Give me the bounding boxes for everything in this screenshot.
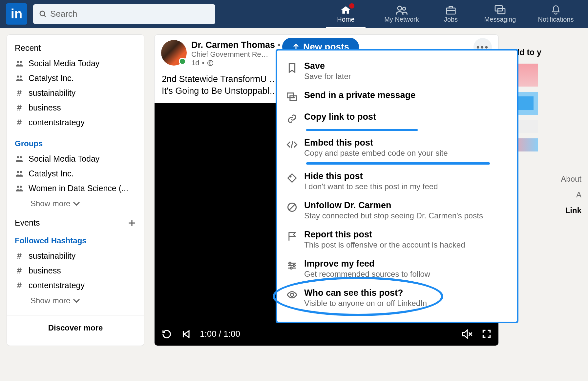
- globe-icon: [207, 60, 214, 66]
- chevron-down-icon: [73, 201, 80, 206]
- search-input[interactable]: Search: [33, 4, 215, 24]
- sidebar-item-recent[interactable]: Social Media Today: [15, 56, 136, 71]
- show-more-hashtags[interactable]: Show more: [15, 293, 136, 309]
- footer-link[interactable]: Link: [509, 206, 581, 215]
- menu-visibility[interactable]: Who can see this post?Visible to anyone …: [277, 283, 517, 312]
- group-icon: [15, 60, 24, 68]
- svg-point-10: [20, 75, 22, 78]
- code-icon: [286, 139, 298, 150]
- svg-point-9: [17, 75, 19, 78]
- menu-improve-feed[interactable]: Improve my feedGet recommended sources t…: [277, 254, 517, 283]
- fullscreen-icon[interactable]: [482, 329, 491, 338]
- primary-nav: Home My Network Jobs Messaging Notificat…: [320, 0, 582, 28]
- bookmark-icon: [286, 62, 298, 73]
- show-more-groups[interactable]: Show more: [15, 196, 136, 211]
- post-author-name[interactable]: Dr. Carmen Thomas •: [191, 40, 281, 50]
- svg-point-14: [20, 171, 22, 173]
- svg-point-2: [398, 6, 402, 10]
- briefcase-icon: [446, 5, 456, 15]
- sidebar-item-hashtag[interactable]: #sustainability: [15, 249, 136, 263]
- previous-icon[interactable]: [181, 329, 191, 339]
- post-timestamp: 1d •: [191, 59, 281, 67]
- sidebar-item-hashtag[interactable]: #contentstrategy: [15, 278, 136, 293]
- notification-badge: [349, 3, 354, 9]
- footer-link-about[interactable]: About: [509, 174, 581, 184]
- message-icon: [286, 91, 298, 103]
- footer-link[interactable]: A: [509, 190, 581, 199]
- author-avatar[interactable]: [161, 40, 187, 66]
- svg-point-20: [290, 176, 291, 177]
- svg-point-16: [20, 186, 22, 188]
- message-icon: [494, 5, 506, 15]
- hash-icon: #: [15, 282, 24, 290]
- search-icon: [39, 10, 47, 18]
- svg-line-1: [44, 15, 46, 17]
- menu-embed[interactable]: Embed this postCopy and paste embed code…: [277, 133, 517, 162]
- svg-point-15: [17, 186, 19, 188]
- svg-point-24: [290, 267, 292, 269]
- video-time: 1:00 / 1:00: [200, 329, 240, 339]
- sidebar-item-group[interactable]: Social Media Today: [15, 151, 136, 166]
- svg-point-11: [17, 156, 19, 158]
- feed-column: Dr. Carmen Thomas • Chief Government Re……: [154, 34, 499, 346]
- svg-point-22: [289, 262, 291, 264]
- svg-point-3: [403, 7, 406, 10]
- bell-icon: [551, 5, 561, 15]
- flag-icon: [286, 231, 298, 242]
- nav-home[interactable]: Home: [320, 0, 372, 28]
- sidebar-item-group[interactable]: Catalyst Inc.: [15, 166, 136, 181]
- people-icon: [396, 5, 408, 15]
- groups-heading[interactable]: Groups: [15, 139, 136, 148]
- tag-icon: [286, 172, 298, 184]
- replay-icon[interactable]: [162, 329, 172, 339]
- annotation-underline: [306, 129, 418, 131]
- menu-report[interactable]: Report this postThis post is offensive o…: [277, 225, 517, 254]
- sidebar-item-hashtag[interactable]: #business: [15, 263, 136, 278]
- hash-icon: #: [15, 119, 24, 127]
- menu-send-message[interactable]: Send in a private message: [277, 86, 517, 107]
- hash-icon: #: [15, 89, 24, 97]
- add-to-feed-heading: Add to y: [509, 48, 581, 57]
- svg-point-13: [17, 171, 19, 173]
- post-options-menu: SaveSave for later Send in a private mes…: [276, 49, 518, 323]
- eye-icon: [286, 289, 298, 300]
- sidebar-item-group[interactable]: Women in Data Science (...: [15, 181, 136, 196]
- search-placeholder: Search: [50, 9, 77, 19]
- left-sidebar: Recent Social Media Today Catalyst Inc. …: [7, 34, 144, 346]
- nav-messaging[interactable]: Messaging: [474, 0, 526, 28]
- mute-icon[interactable]: [462, 329, 473, 339]
- svg-point-8: [20, 61, 22, 63]
- link-icon: [286, 113, 298, 124]
- chevron-down-icon: [73, 298, 80, 303]
- svg-point-7: [17, 61, 19, 63]
- sliders-icon: [286, 260, 298, 271]
- nav-network[interactable]: My Network: [375, 0, 428, 28]
- menu-save[interactable]: SaveSave for later: [277, 56, 517, 86]
- plus-icon[interactable]: [128, 219, 136, 227]
- nav-jobs[interactable]: Jobs: [431, 0, 471, 28]
- global-header: in Search Home My Network Jobs: [0, 0, 588, 28]
- post-author-headline: Chief Government Re…: [191, 50, 281, 59]
- hash-icon: #: [15, 267, 24, 275]
- nav-notifications[interactable]: Notifications: [530, 0, 582, 28]
- group-icon: [15, 170, 24, 178]
- sidebar-item-recent[interactable]: #sustainability: [15, 86, 136, 100]
- group-icon: [15, 74, 24, 82]
- svg-point-0: [40, 11, 45, 16]
- discover-more-button[interactable]: Discover more: [7, 315, 144, 336]
- menu-unfollow[interactable]: Unfollow Dr. CarmenStay connected but st…: [277, 196, 517, 225]
- annotation-underline: [306, 162, 490, 165]
- svg-point-12: [20, 156, 22, 158]
- sidebar-item-recent[interactable]: #contentstrategy: [15, 115, 136, 130]
- hashtags-heading[interactable]: Followed Hashtags: [15, 236, 136, 245]
- presence-indicator: [179, 58, 186, 65]
- sidebar-item-recent[interactable]: #business: [15, 100, 136, 115]
- linkedin-logo[interactable]: in: [6, 3, 27, 25]
- svg-point-25: [290, 293, 294, 296]
- sidebar-item-recent[interactable]: Catalyst Inc.: [15, 71, 136, 86]
- events-heading[interactable]: Events: [15, 218, 40, 228]
- menu-copy-link[interactable]: Copy link to post: [277, 107, 517, 129]
- menu-hide[interactable]: Hide this postI don't want to see this p…: [277, 167, 517, 196]
- cancel-icon: [286, 202, 298, 213]
- hash-icon: #: [15, 252, 24, 260]
